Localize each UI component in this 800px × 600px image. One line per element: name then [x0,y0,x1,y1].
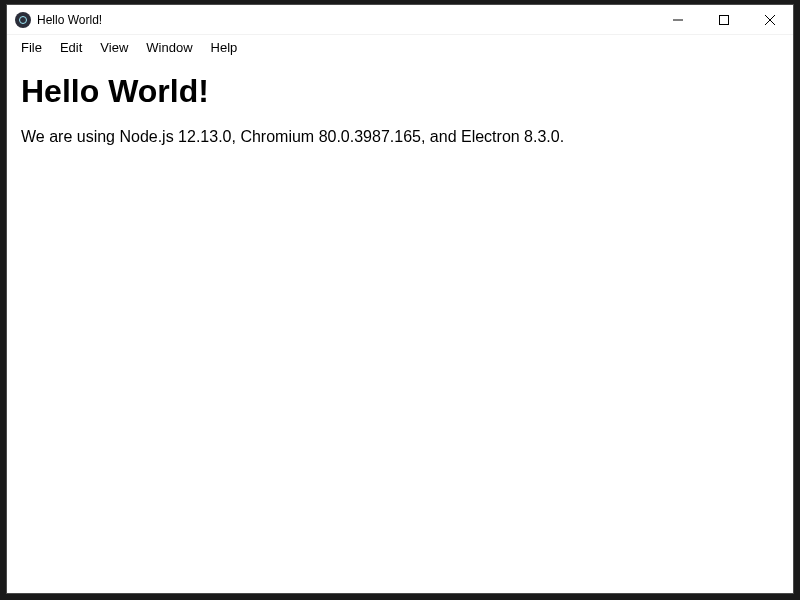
minimize-button[interactable] [655,5,701,34]
app-window: Hello World! File Edit Vie [6,4,794,594]
close-icon [765,15,775,25]
version-text: We are using Node.js 12.13.0, Chromium 8… [21,128,779,146]
maximize-button[interactable] [701,5,747,34]
close-button[interactable] [747,5,793,34]
window-controls [655,5,793,34]
page-heading: Hello World! [21,73,779,110]
titlebar-left: Hello World! [7,12,102,28]
minimize-icon [673,15,683,25]
menubar: File Edit View Window Help [7,35,793,59]
window-title: Hello World! [37,13,102,27]
menu-edit[interactable]: Edit [52,38,90,57]
menu-file[interactable]: File [13,38,50,57]
menu-view[interactable]: View [92,38,136,57]
content-area: Hello World! We are using Node.js 12.13.… [7,59,793,593]
menu-help[interactable]: Help [203,38,246,57]
svg-rect-1 [720,15,729,24]
electron-icon [15,12,31,28]
maximize-icon [719,15,729,25]
menu-window[interactable]: Window [138,38,200,57]
titlebar: Hello World! [7,5,793,35]
